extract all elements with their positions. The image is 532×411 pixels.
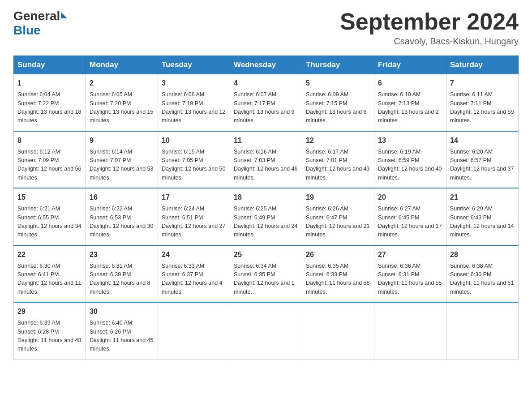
calendar-cell — [446, 302, 519, 359]
calendar-cell: 12Sunrise: 6:17 AMSunset: 7:01 PMDayligh… — [302, 131, 374, 188]
logo-general-text: General — [13, 9, 60, 23]
day-number: 16 — [90, 192, 154, 203]
day-number: 8 — [17, 135, 82, 146]
day-number: 11 — [234, 135, 298, 146]
day-info: Sunrise: 6:24 AMSunset: 6:51 PMDaylight:… — [162, 205, 226, 240]
day-number: 9 — [90, 135, 154, 146]
day-info: Sunrise: 6:15 AMSunset: 7:05 PMDaylight:… — [162, 148, 226, 183]
weekday-header-friday: Friday — [374, 56, 446, 74]
day-number: 21 — [450, 192, 515, 203]
day-info: Sunrise: 6:09 AMSunset: 7:15 PMDaylight:… — [306, 90, 370, 125]
day-number: 7 — [450, 78, 515, 89]
calendar-week-row: 1Sunrise: 6:04 AMSunset: 7:22 PMDaylight… — [14, 74, 519, 131]
day-info: Sunrise: 6:25 AMSunset: 6:49 PMDaylight:… — [234, 205, 298, 240]
calendar-cell: 11Sunrise: 6:16 AMSunset: 7:03 PMDayligh… — [230, 131, 302, 188]
day-number: 28 — [450, 249, 515, 260]
day-number: 10 — [162, 135, 226, 146]
day-number: 6 — [378, 78, 442, 89]
day-info: Sunrise: 6:34 AMSunset: 6:35 PMDaylight:… — [234, 262, 298, 297]
day-info: Sunrise: 6:12 AMSunset: 7:09 PMDaylight:… — [17, 148, 82, 183]
day-info: Sunrise: 6:17 AMSunset: 7:01 PMDaylight:… — [306, 148, 370, 183]
day-number: 1 — [17, 78, 82, 89]
calendar-cell: 19Sunrise: 6:26 AMSunset: 6:47 PMDayligh… — [302, 188, 374, 245]
day-info: Sunrise: 6:40 AMSunset: 6:26 PMDaylight:… — [90, 319, 154, 354]
day-number: 20 — [378, 192, 442, 203]
calendar-cell: 2Sunrise: 6:05 AMSunset: 7:20 PMDaylight… — [86, 74, 158, 131]
day-info: Sunrise: 6:20 AMSunset: 6:57 PMDaylight:… — [450, 148, 515, 183]
calendar-cell: 23Sunrise: 6:31 AMSunset: 6:39 PMDayligh… — [86, 245, 158, 303]
calendar-cell: 26Sunrise: 6:35 AMSunset: 6:33 PMDayligh… — [302, 245, 374, 303]
day-info: Sunrise: 6:05 AMSunset: 7:20 PMDaylight:… — [90, 90, 154, 125]
day-number: 13 — [378, 135, 442, 146]
day-number: 24 — [162, 249, 226, 260]
day-info: Sunrise: 6:39 AMSunset: 6:28 PMDaylight:… — [17, 319, 82, 354]
calendar-cell: 22Sunrise: 6:30 AMSunset: 6:41 PMDayligh… — [14, 245, 86, 303]
weekday-header-monday: Monday — [86, 56, 158, 74]
day-number: 29 — [17, 306, 82, 317]
calendar-cell: 6Sunrise: 6:10 AMSunset: 7:13 PMDaylight… — [374, 74, 446, 131]
weekday-header-saturday: Saturday — [446, 56, 519, 74]
calendar-week-row: 22Sunrise: 6:30 AMSunset: 6:41 PMDayligh… — [14, 245, 519, 303]
day-number: 2 — [90, 78, 154, 89]
day-info: Sunrise: 6:22 AMSunset: 6:53 PMDaylight:… — [90, 205, 154, 240]
calendar-table: SundayMondayTuesdayWednesdayThursdayFrid… — [13, 56, 519, 360]
calendar-title: September 2024 — [340, 9, 519, 34]
calendar-cell: 28Sunrise: 6:38 AMSunset: 6:30 PMDayligh… — [446, 245, 519, 303]
calendar-week-row: 8Sunrise: 6:12 AMSunset: 7:09 PMDaylight… — [14, 131, 519, 188]
calendar-cell: 5Sunrise: 6:09 AMSunset: 7:15 PMDaylight… — [302, 74, 374, 131]
weekday-header-tuesday: Tuesday — [158, 56, 230, 74]
day-number: 4 — [234, 78, 298, 89]
day-info: Sunrise: 6:29 AMSunset: 6:43 PMDaylight:… — [450, 205, 515, 240]
calendar-cell — [374, 302, 446, 359]
logo-arrow-icon — [61, 12, 67, 18]
logo: General Blue — [13, 9, 67, 38]
day-info: Sunrise: 6:33 AMSunset: 6:37 PMDaylight:… — [162, 262, 226, 297]
calendar-cell: 1Sunrise: 6:04 AMSunset: 7:22 PMDaylight… — [14, 74, 86, 131]
page-header: General Blue September 2024 Csavoly, Bac… — [13, 9, 519, 47]
day-info: Sunrise: 6:16 AMSunset: 7:03 PMDaylight:… — [234, 148, 298, 183]
day-info: Sunrise: 6:31 AMSunset: 6:39 PMDaylight:… — [90, 262, 154, 297]
day-number: 30 — [90, 306, 154, 317]
calendar-cell: 29Sunrise: 6:39 AMSunset: 6:28 PMDayligh… — [14, 302, 86, 359]
calendar-cell — [158, 302, 230, 359]
day-info: Sunrise: 6:35 AMSunset: 6:33 PMDaylight:… — [306, 262, 370, 297]
day-info: Sunrise: 6:38 AMSunset: 6:30 PMDaylight:… — [450, 262, 515, 297]
day-number: 5 — [306, 78, 370, 89]
calendar-cell: 8Sunrise: 6:12 AMSunset: 7:09 PMDaylight… — [14, 131, 86, 188]
calendar-week-row: 29Sunrise: 6:39 AMSunset: 6:28 PMDayligh… — [14, 302, 519, 359]
calendar-cell: 17Sunrise: 6:24 AMSunset: 6:51 PMDayligh… — [158, 188, 230, 245]
day-number: 27 — [378, 249, 442, 260]
day-number: 25 — [234, 249, 298, 260]
day-info: Sunrise: 6:14 AMSunset: 7:07 PMDaylight:… — [90, 148, 154, 183]
day-info: Sunrise: 6:11 AMSunset: 7:11 PMDaylight:… — [450, 90, 515, 125]
calendar-cell — [230, 302, 302, 359]
day-info: Sunrise: 6:27 AMSunset: 6:45 PMDaylight:… — [378, 205, 442, 240]
day-number: 14 — [450, 135, 515, 146]
weekday-header-thursday: Thursday — [302, 56, 374, 74]
day-number: 12 — [306, 135, 370, 146]
calendar-cell: 21Sunrise: 6:29 AMSunset: 6:43 PMDayligh… — [446, 188, 519, 245]
calendar-cell: 30Sunrise: 6:40 AMSunset: 6:26 PMDayligh… — [86, 302, 158, 359]
day-info: Sunrise: 6:36 AMSunset: 6:31 PMDaylight:… — [378, 262, 442, 297]
calendar-cell: 3Sunrise: 6:06 AMSunset: 7:19 PMDaylight… — [158, 74, 230, 131]
day-info: Sunrise: 6:06 AMSunset: 7:19 PMDaylight:… — [162, 90, 226, 125]
day-info: Sunrise: 6:21 AMSunset: 6:55 PMDaylight:… — [17, 205, 82, 240]
day-number: 17 — [162, 192, 226, 203]
day-number: 18 — [234, 192, 298, 203]
day-number: 23 — [90, 249, 154, 260]
weekday-header-row: SundayMondayTuesdayWednesdayThursdayFrid… — [14, 56, 519, 74]
calendar-cell: 27Sunrise: 6:36 AMSunset: 6:31 PMDayligh… — [374, 245, 446, 303]
calendar-cell: 24Sunrise: 6:33 AMSunset: 6:37 PMDayligh… — [158, 245, 230, 303]
day-info: Sunrise: 6:26 AMSunset: 6:47 PMDaylight:… — [306, 205, 370, 240]
calendar-cell: 18Sunrise: 6:25 AMSunset: 6:49 PMDayligh… — [230, 188, 302, 245]
day-info: Sunrise: 6:30 AMSunset: 6:41 PMDaylight:… — [17, 262, 82, 297]
day-number: 19 — [306, 192, 370, 203]
day-number: 22 — [17, 249, 82, 260]
calendar-cell: 4Sunrise: 6:07 AMSunset: 7:17 PMDaylight… — [230, 74, 302, 131]
weekday-header-sunday: Sunday — [14, 56, 86, 74]
day-number: 26 — [306, 249, 370, 260]
calendar-cell: 15Sunrise: 6:21 AMSunset: 6:55 PMDayligh… — [14, 188, 86, 245]
day-number: 3 — [162, 78, 226, 89]
calendar-week-row: 15Sunrise: 6:21 AMSunset: 6:55 PMDayligh… — [14, 188, 519, 245]
day-number: 15 — [17, 192, 82, 203]
